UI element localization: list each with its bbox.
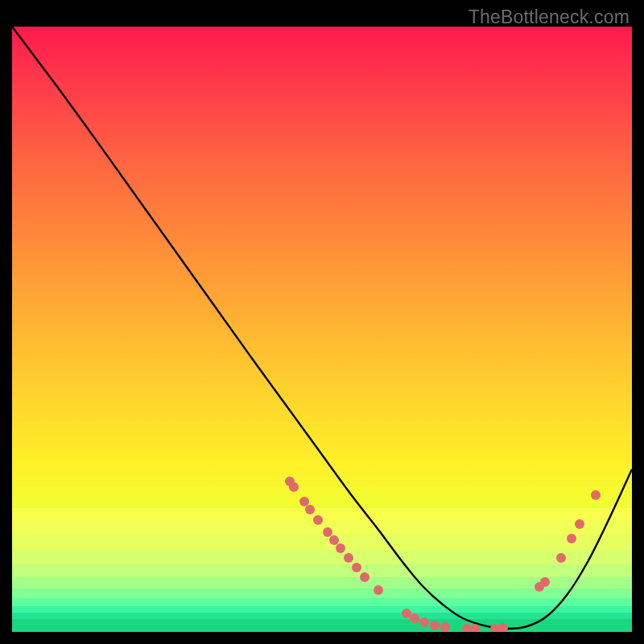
- chart-frame: [12, 27, 632, 632]
- watermark-text: TheBottleneck.com: [469, 6, 630, 28]
- chart-gradient-bg: [12, 27, 632, 632]
